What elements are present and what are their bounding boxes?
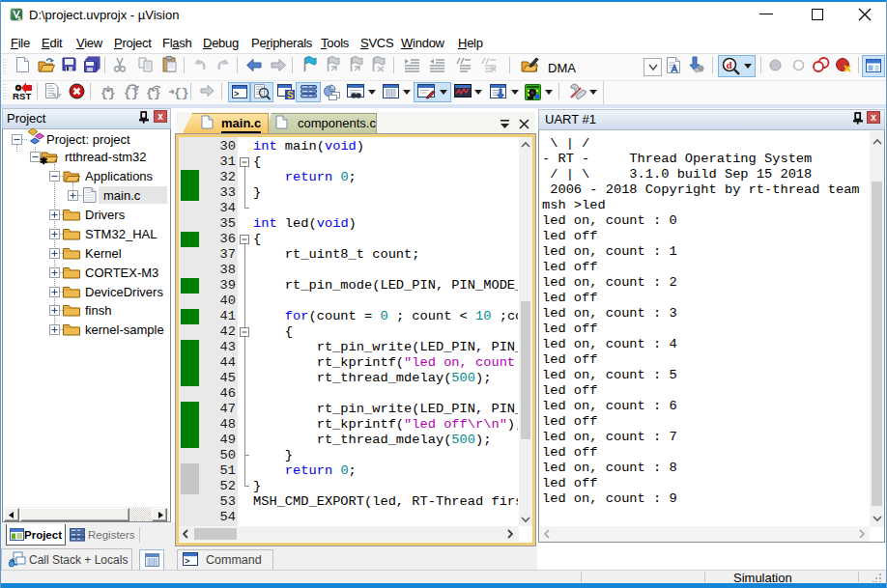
svg-text:S: S xyxy=(287,90,294,100)
svg-text:>: > xyxy=(185,556,189,566)
svg-text:{}: {} xyxy=(174,86,189,100)
svg-text:>: > xyxy=(234,89,239,98)
svg-text:s: s xyxy=(17,14,21,21)
svg-text:d: d xyxy=(727,59,732,70)
